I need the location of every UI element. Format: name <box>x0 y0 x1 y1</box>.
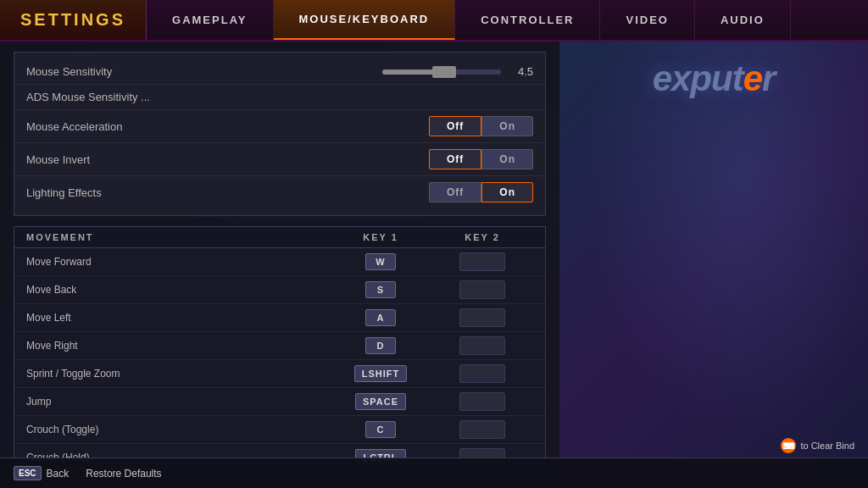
table-row: Crouch (Toggle) C <box>14 416 545 444</box>
mouse-invert-label: Mouse Invert <box>26 153 429 166</box>
key-empty <box>459 336 505 355</box>
key-empty <box>459 308 505 327</box>
key2-move-back[interactable] <box>431 280 533 299</box>
key-empty <box>459 364 505 383</box>
key1-move-right[interactable]: D <box>330 337 431 354</box>
ads-sensitivity-label: ADS Mouse Sensitivity ... <box>26 91 533 103</box>
key-empty <box>459 392 505 411</box>
tab-mouse-keyboard[interactable]: MOUSE/KEYBOARD <box>274 0 456 40</box>
key-empty <box>459 420 505 439</box>
table-row: Move Forward W <box>14 248 545 276</box>
key-badge-space: SPACE <box>355 393 406 410</box>
lighting-effects-row: Lighting Effects Off On <box>14 176 545 208</box>
movement-key2-header: KEY 2 <box>431 232 533 242</box>
key2-move-right[interactable] <box>431 336 533 355</box>
key1-move-left[interactable]: A <box>330 309 431 326</box>
bottom-bar: ESC Back Restore Defaults <box>0 458 868 488</box>
keybind-section: MOVEMENT KEY 1 KEY 2 Move Forward W <box>14 226 546 469</box>
mouse-acceleration-off[interactable]: Off <box>429 116 481 136</box>
key1-jump[interactable]: SPACE <box>330 393 431 410</box>
key-badge-w: W <box>365 253 396 270</box>
nav-tabs-container: GAMEPLAY MOUSE/KEYBOARD CONTROLLER VIDEO… <box>147 0 868 40</box>
mouse-acceleration-on[interactable]: On <box>481 116 533 136</box>
movement-header: MOVEMENT KEY 1 KEY 2 <box>14 227 545 248</box>
key-empty <box>459 252 505 271</box>
main-content: Mouse Sensitivity 4.5 ADS Mouse Sensitiv… <box>0 42 868 488</box>
key2-move-forward[interactable] <box>431 252 533 271</box>
slider-thumb[interactable] <box>432 66 456 78</box>
settings-title: SETTINGS <box>0 0 147 40</box>
lighting-effects-off[interactable]: Off <box>429 182 481 202</box>
key-empty <box>459 280 505 299</box>
table-row: Jump SPACE <box>14 388 545 416</box>
lighting-effects-toggle: Off On <box>429 182 533 202</box>
mouse-invert-row: Mouse Invert Off On <box>14 143 545 176</box>
lighting-effects-on[interactable]: On <box>481 182 533 202</box>
key1-sprint[interactable]: LSHIFT <box>330 365 431 382</box>
mouse-invert-on[interactable]: On <box>481 149 533 169</box>
back-button[interactable]: ESC Back <box>14 466 69 480</box>
action-move-forward: Move Forward <box>26 256 330 268</box>
clear-bind-icon: ⌨ <box>780 437 797 454</box>
mouse-sensitivity-slider[interactable] <box>382 69 501 75</box>
back-label: Back <box>47 468 70 480</box>
tab-controller[interactable]: CONTROLLER <box>455 0 600 40</box>
movement-section-label: MOVEMENT <box>26 232 330 242</box>
restore-defaults-label: Restore Defaults <box>86 468 161 480</box>
key2-sprint[interactable] <box>431 364 533 383</box>
logo-dot: e <box>743 58 762 98</box>
mouse-sensitivity-control: 4.5 <box>382 65 533 78</box>
key-badge-lshift: LSHIFT <box>354 365 408 382</box>
key-badge-s: S <box>365 281 396 298</box>
mouse-acceleration-row: Mouse Acceleration Off On <box>14 110 545 143</box>
action-jump: Jump <box>26 396 330 408</box>
lighting-effects-label: Lighting Effects <box>26 186 429 199</box>
top-navigation: SETTINGS GAMEPLAY MOUSE/KEYBOARD CONTROL… <box>0 0 868 42</box>
mouse-invert-off[interactable]: Off <box>429 149 481 169</box>
tab-audio[interactable]: AUDIO <box>695 0 791 40</box>
settings-panel: Mouse Sensitivity 4.5 ADS Mouse Sensitiv… <box>0 42 559 488</box>
table-row: Move Right D <box>14 332 545 360</box>
clear-bind-hint: ⌨ to Clear Bind <box>780 437 854 454</box>
svg-text:⌨: ⌨ <box>782 441 795 451</box>
action-move-right: Move Right <box>26 340 330 352</box>
table-row: Move Back S <box>14 276 545 304</box>
mouse-sensitivity-label: Mouse Sensitivity <box>26 65 382 78</box>
clear-bind-text: to Clear Bind <box>800 441 854 451</box>
restore-defaults-button[interactable]: Restore Defaults <box>86 468 161 480</box>
exputer-logo: exputer <box>653 58 776 99</box>
mouse-sensitivity-value: 4.5 <box>508 65 533 78</box>
tab-video[interactable]: VIDEO <box>600 0 694 40</box>
key-badge-c: C <box>365 421 396 438</box>
right-panel: exputer <box>559 42 868 488</box>
movement-key1-header: KEY 1 <box>330 232 431 242</box>
key2-jump[interactable] <box>431 392 533 411</box>
key1-crouch-toggle[interactable]: C <box>330 421 431 438</box>
mouse-acceleration-toggle: Off On <box>429 116 533 136</box>
action-sprint: Sprint / Toggle Zoom <box>26 368 330 380</box>
top-settings-group: Mouse Sensitivity 4.5 ADS Mouse Sensitiv… <box>14 52 546 216</box>
key-badge-d: D <box>365 337 396 354</box>
mouse-sensitivity-row: Mouse Sensitivity 4.5 <box>14 59 545 85</box>
mouse-acceleration-label: Mouse Acceleration <box>26 120 429 133</box>
tab-gameplay[interactable]: GAMEPLAY <box>147 0 273 40</box>
keybind-scroll-area[interactable]: Move Forward W Move Back S <box>14 248 545 469</box>
table-row: Sprint / Toggle Zoom LSHIFT <box>14 360 545 388</box>
action-crouch-toggle: Crouch (Toggle) <box>26 424 330 435</box>
key2-crouch-toggle[interactable] <box>431 420 533 439</box>
esc-key-hint: ESC <box>14 466 42 480</box>
action-move-back: Move Back <box>26 284 330 296</box>
mouse-invert-toggle: Off On <box>429 149 533 169</box>
key1-move-forward[interactable]: W <box>330 253 431 270</box>
table-row: Move Left A <box>14 304 545 332</box>
key2-move-left[interactable] <box>431 308 533 327</box>
key1-move-back[interactable]: S <box>330 281 431 298</box>
key-badge-a: A <box>365 309 396 326</box>
ads-sensitivity-row[interactable]: ADS Mouse Sensitivity ... <box>14 85 545 110</box>
action-move-left: Move Left <box>26 312 330 324</box>
